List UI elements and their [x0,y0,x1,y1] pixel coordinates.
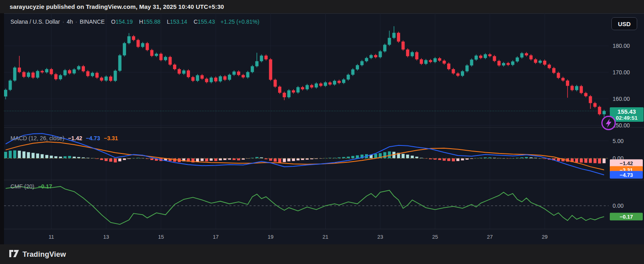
candlestick-series [4,26,606,117]
time-axis-label: 27 [487,234,493,240]
cmf-axis-label: 0.00 [613,203,623,209]
macd-value-badge: −4.73 [610,171,643,179]
low-value: 153.14 [170,18,187,25]
time-axis-label: 15 [158,234,164,240]
open-value: 154.19 [116,18,133,25]
tradingview-snapshot: sarayucyzie published on TradingView.com… [0,0,644,264]
grid-lines [4,13,609,229]
change-value: +1.25 (+0.81%) [221,18,260,25]
lightning-bolt-icon[interactable] [599,113,618,133]
time-axis-label: 29 [542,234,547,240]
cmf-line [6,186,604,224]
chart-canvas[interactable] [0,0,644,264]
time-axis-label: 11 [49,234,54,240]
symbol-name: Solana / U.S. Dollar [10,18,60,25]
high-letter: H [139,18,143,25]
time-axis-label: 25 [432,234,438,240]
price-axis-label: 180.00 [613,43,630,49]
price-axis-label: 160.00 [613,96,630,102]
macd-histogram-value: −1.42 [68,135,82,141]
high-value: 155.88 [143,18,161,25]
macd-histogram [4,150,606,164]
time-axis-label: 19 [268,234,273,240]
macd-indicator-title[interactable]: MACD (12, 26, close)−1.42−4.73−3.31 [10,135,118,141]
time-axis-label: 21 [322,234,328,240]
time-axis-label: 23 [377,234,383,240]
price-axis-label: 170.00 [613,69,630,76]
symbol-legend[interactable]: Solana / U.S. Dollar·4h·BINANCE O154.19 … [10,18,259,25]
macd-axis-label: 5.00 [613,138,623,144]
exchange-label: BINANCE [80,18,105,25]
interval-label: 4h [67,18,73,25]
time-axis-label: 13 [103,234,109,240]
close-value: 155.43 [198,18,215,25]
time-axis-label: 17 [213,234,219,240]
open-letter: O [111,18,116,25]
macd-signal-value: −3.31 [104,135,118,141]
macd-line-value: −4.73 [86,135,100,141]
cmf-value-badge: −0.17 [610,213,643,221]
cmf-indicator-title[interactable]: CMF (20)−0.17 [10,183,52,190]
close-letter: C [194,18,198,25]
time-scale[interactable]: 11131517192123252729 [4,229,609,244]
cmf-value: −0.17 [38,183,52,190]
